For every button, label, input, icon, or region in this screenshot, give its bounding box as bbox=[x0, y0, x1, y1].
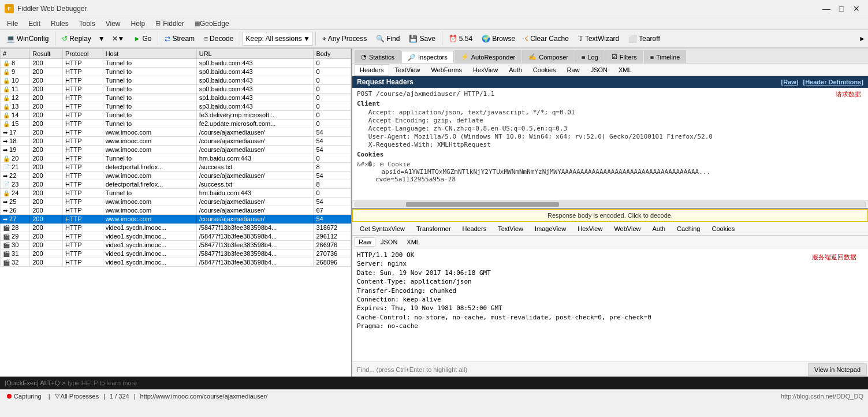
go-button[interactable]: ► Go bbox=[130, 31, 156, 46]
tab-filters[interactable]: ☑ Filters bbox=[605, 50, 643, 63]
table-row[interactable]: 🎬 31 200 HTTP video1.sycdn.imooc... /584… bbox=[1, 250, 351, 258]
table-row[interactable]: 🔒 9 200 HTTP Tunnel to sp0.baidu.com:443… bbox=[1, 68, 351, 76]
resp-content-raw[interactable]: Raw bbox=[355, 237, 375, 247]
resp-tab-imageview[interactable]: ImageView bbox=[530, 223, 571, 234]
tab-inspectors[interactable]: 🔎 Inspectors bbox=[401, 51, 454, 64]
table-row[interactable]: 🔒 13 200 HTTP Tunnel to sp3.baidu.com:44… bbox=[1, 102, 351, 111]
text-wizard-button[interactable]: 𝕋 TextWizard bbox=[574, 31, 623, 46]
table-row[interactable]: 🎬 28 200 HTTP video1.sycdn.imooc... /584… bbox=[1, 224, 351, 232]
resp-content-xml[interactable]: XML bbox=[403, 237, 424, 247]
find-input[interactable] bbox=[352, 365, 807, 374]
table-row[interactable]: 🔒 8 200 HTTP Tunnel to sp0.baidu.com:443… bbox=[1, 59, 351, 68]
col-result[interactable]: Result bbox=[30, 49, 63, 59]
table-row[interactable]: 🔒 12 200 HTTP Tunnel to sp1.baidu.com:44… bbox=[1, 94, 351, 102]
tab-timeline[interactable]: ≡ Timeline bbox=[644, 50, 687, 63]
resp-tab-transformer[interactable]: Transformer bbox=[411, 223, 456, 234]
table-row[interactable]: 🔒 15 200 HTTP Tunnel to fe2.update.micro… bbox=[1, 120, 351, 128]
menu-fiddler[interactable]: ⊞ Fiddler bbox=[151, 18, 189, 29]
find-button[interactable]: 🔍 Find bbox=[372, 31, 404, 46]
resp-tab-cookies[interactable]: Cookies bbox=[706, 223, 740, 234]
table-row[interactable]: ➡ 25 200 HTTP www.imooc.com /course/ajax… bbox=[1, 198, 351, 206]
tearoff-button[interactable]: ⬜ Tearoff bbox=[624, 31, 664, 46]
subtab-raw[interactable]: Raw bbox=[562, 64, 585, 76]
subtab-textview[interactable]: TextView bbox=[390, 64, 426, 76]
tab-log[interactable]: ≡ Log bbox=[575, 50, 605, 63]
subtab-xml[interactable]: XML bbox=[613, 64, 637, 76]
browse-version-button[interactable]: ⏰ 5.54 bbox=[445, 31, 476, 46]
sessions-table[interactable]: # Result Protocol Host URL Body 🔒 8 200 … bbox=[0, 49, 351, 377]
toolbar-expand-icon[interactable]: ► bbox=[859, 35, 866, 43]
table-row[interactable]: ➡ 19 200 HTTP www.imooc.com /course/ajax… bbox=[1, 146, 351, 154]
table-row[interactable]: 🎬 30 200 HTTP video1.sycdn.imooc... /584… bbox=[1, 241, 351, 250]
table-row[interactable]: 📄 21 200 HTTP detectportal.firefox... /s… bbox=[1, 163, 351, 172]
col-host[interactable]: Host bbox=[103, 49, 196, 59]
capturing-button[interactable]: Capturing bbox=[5, 392, 44, 400]
request-h-scrollbar[interactable] bbox=[352, 200, 868, 208]
subtab-headers[interactable]: Headers bbox=[355, 64, 389, 76]
response-encoded-notice[interactable]: Response body is encoded. Click to decod… bbox=[352, 209, 868, 222]
resp-tab-syntaxview[interactable]: Get SyntaxView bbox=[355, 223, 410, 234]
menu-file[interactable]: File bbox=[2, 18, 23, 29]
table-row[interactable]: 📄 23 200 HTTP detectportal.firefox... /s… bbox=[1, 180, 351, 189]
menu-help[interactable]: Help bbox=[126, 18, 150, 29]
table-row[interactable]: 🔒 10 200 HTTP Tunnel to sp0.baidu.com:44… bbox=[1, 76, 351, 85]
browse-button[interactable]: 🌍 Browse bbox=[478, 31, 519, 46]
table-row[interactable]: 🔒 14 200 HTTP Tunnel to fe3.delivery.mp.… bbox=[1, 111, 351, 120]
resp-tab-auth[interactable]: Auth bbox=[647, 223, 670, 234]
raw-link[interactable]: [Raw] bbox=[781, 79, 799, 85]
table-row[interactable]: 🎬 32 200 HTTP video1.sycdn.imooc... /584… bbox=[1, 258, 351, 267]
subtab-hexview[interactable]: HexView bbox=[468, 64, 503, 76]
subtab-json[interactable]: JSON bbox=[586, 64, 613, 76]
table-row[interactable]: ➡ 26 200 HTTP www.imooc.com /course/ajax… bbox=[1, 206, 351, 215]
col-protocol[interactable]: Protocol bbox=[62, 49, 103, 59]
keep-sessions-dropdown[interactable]: Keep: All sessions ▼ bbox=[243, 32, 312, 46]
resp-tab-hexview[interactable]: HexView bbox=[572, 223, 608, 234]
resp-content-json[interactable]: JSON bbox=[377, 237, 401, 247]
table-row[interactable]: ➡ 22 200 HTTP www.imooc.com /course/ajax… bbox=[1, 172, 351, 180]
cookie-expand-toggle[interactable]: &#x�; ⊟ Cookie bbox=[357, 161, 863, 168]
subtab-auth[interactable]: Auth bbox=[504, 64, 527, 76]
table-row[interactable]: 🎬 29 200 HTTP video1.sycdn.imooc... /584… bbox=[1, 232, 351, 241]
response-body[interactable]: 服务端返回数据 HTTP/1.1 200 OK Server: nginx Da… bbox=[352, 248, 868, 362]
table-row[interactable]: ➡ 27 200 HTTP www.imooc.com /course/ajax… bbox=[1, 215, 351, 224]
minimize-button[interactable]: — bbox=[819, 3, 833, 14]
tab-composer[interactable]: ✍ Composer bbox=[522, 50, 575, 63]
table-row[interactable]: 🔒 11 200 HTTP Tunnel to sp0.baidu.com:44… bbox=[1, 85, 351, 94]
subtab-cookies[interactable]: Cookies bbox=[528, 64, 561, 76]
resp-tab-webview[interactable]: WebView bbox=[609, 223, 646, 234]
save-button[interactable]: 💾 Save bbox=[405, 31, 439, 46]
resp-tab-headers[interactable]: Headers bbox=[457, 223, 492, 234]
view-in-notepad-button[interactable]: View in Notepad bbox=[808, 363, 867, 376]
col-body[interactable]: Body bbox=[314, 49, 351, 59]
menu-geoedge[interactable]: ▦ GeoEdge bbox=[190, 18, 234, 29]
stream-button[interactable]: ⇄ Stream bbox=[161, 31, 199, 46]
menu-edit[interactable]: Edit bbox=[24, 18, 45, 29]
table-row[interactable]: 🔒 20 200 HTTP Tunnel to hm.baidu.com:443… bbox=[1, 154, 351, 163]
menu-rules[interactable]: Rules bbox=[46, 18, 73, 29]
decode-button[interactable]: ≡ Decode bbox=[200, 31, 237, 46]
clear-cache-button[interactable]: ☇ Clear Cache bbox=[520, 31, 573, 46]
tab-statistics[interactable]: ◔ Statistics bbox=[355, 50, 401, 63]
table-row[interactable]: ➡ 17 200 HTTP www.imooc.com /course/ajax… bbox=[1, 128, 351, 137]
winconfig-button[interactable]: 💻 WinConfig bbox=[2, 31, 53, 46]
subtab-webforms[interactable]: WebForms bbox=[426, 64, 467, 76]
table-row[interactable]: 🔒 24 200 HTTP Tunnel to hm.baidu.com:443… bbox=[1, 189, 351, 198]
resp-tab-textview[interactable]: TextView bbox=[493, 223, 528, 234]
any-process-button[interactable]: ⌖ Any Process bbox=[318, 31, 371, 46]
col-id[interactable]: # bbox=[1, 49, 30, 59]
request-content[interactable]: 请求数据 POST /course/ajaxmediauser/ HTTP/1.… bbox=[352, 88, 868, 200]
tab-autoresponder[interactable]: ⚡ AutoResponder bbox=[455, 50, 521, 63]
replay-button[interactable]: ↺ Replay bbox=[58, 31, 95, 46]
table-row[interactable]: ➡ 18 200 HTTP www.imooc.com /course/ajax… bbox=[1, 137, 351, 146]
close-sessions-button[interactable]: ✕▼ bbox=[108, 31, 129, 46]
maximize-button[interactable]: □ bbox=[835, 3, 848, 14]
resp-tab-caching[interactable]: Caching bbox=[672, 223, 705, 234]
all-processes-button[interactable]: ▽ All Processes bbox=[55, 392, 99, 400]
close-button[interactable]: ✕ bbox=[850, 3, 863, 14]
replay-dropdown-button[interactable]: ▼ bbox=[96, 31, 107, 46]
menu-tools[interactable]: Tools bbox=[74, 18, 100, 29]
header-def-link[interactable]: [Header Definitions] bbox=[803, 79, 863, 85]
menu-view[interactable]: View bbox=[101, 18, 125, 29]
cell-result: 200 bbox=[30, 111, 63, 120]
col-url[interactable]: URL bbox=[196, 49, 314, 59]
